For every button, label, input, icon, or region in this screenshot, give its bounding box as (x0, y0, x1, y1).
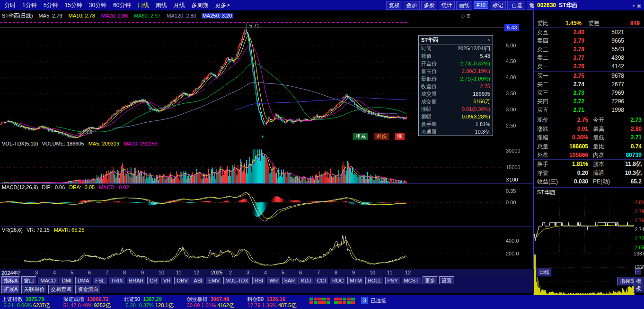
index-change: 30.69 (186, 302, 201, 308)
close-icon[interactable]: × (487, 36, 490, 44)
indicator-tab[interactable]: VOL-TDX (223, 277, 251, 284)
indicator-tab[interactable]: MTM (347, 277, 364, 284)
volume-header: VOL-TDX(5,10)VOLUME: 186605MA5: 209319MA… (0, 140, 504, 147)
indicator-tab[interactable]: RSI (252, 277, 265, 284)
heat-cell (322, 298, 326, 300)
depth-volume: 1998 (584, 106, 624, 114)
stock-name: ST华西 (559, 1, 630, 9)
tool-button[interactable]: 统计 (439, 1, 455, 10)
index-line1: 科创501326.16 (247, 296, 296, 302)
indicator-tab[interactable]: 更多 (423, 276, 438, 284)
depth-volume: 2677 (584, 80, 624, 89)
chart-badge[interactable]: 相减 (353, 133, 368, 140)
period-tab[interactable]: 日线 (134, 1, 152, 9)
connection-status[interactable]: 3已连接 (309, 297, 386, 304)
indicator-tab[interactable]: ASI (192, 277, 205, 284)
ask-row[interactable]: 卖四2.799665 (534, 36, 644, 45)
dropdown-caret-icon[interactable]: ▾ (633, 3, 635, 8)
indicator-tab[interactable]: CR (147, 277, 159, 284)
indicator-tab[interactable]: MCST (402, 277, 421, 284)
heat-cell (318, 298, 322, 300)
period-tab[interactable]: 更多> (212, 1, 233, 9)
period-tab[interactable]: 60分钟 (110, 1, 134, 9)
period-tab[interactable]: 1分钟 (19, 1, 40, 9)
extension-tab[interactable]: 交易查询 (48, 285, 74, 294)
index-item[interactable]: 创业板指3067.4830.69 1.01% 4162亿 (186, 296, 234, 309)
bid-row[interactable]: 买五2.711998 (534, 106, 644, 114)
macd-canvas[interactable] (0, 191, 504, 226)
tool-button[interactable]: 复权 (386, 1, 402, 10)
bid-row[interactable]: 买四2.727296 (534, 97, 644, 106)
index-item[interactable]: 科创501326.1617.79 1.36% 487.5亿 (247, 296, 296, 309)
indicator-tab[interactable]: KDJ (299, 277, 313, 284)
tool-button[interactable]: 叠加 (404, 1, 420, 10)
chart-badge[interactable]: 涨 (395, 133, 405, 140)
indicator-tab[interactable]: MACD (38, 277, 58, 284)
tool-button[interactable]: F10 (474, 1, 488, 9)
panel-grid-icon[interactable]: ▣ (637, 3, 641, 8)
tooltip-row-value: 1.81% (476, 120, 490, 128)
indicator-tab[interactable]: 设置 (439, 276, 454, 284)
tooltip-row-value: 2.71(-1.09%) (460, 75, 490, 82)
period-tab[interactable]: 多周期 (188, 1, 212, 9)
stat-row: 涨跌0.01最高2.80 (534, 125, 644, 133)
chart-badge[interactable]: 财跌 (374, 133, 389, 140)
indicator-tab[interactable]: EMV (206, 277, 222, 284)
low-price-label: ←2.08 (77, 129, 92, 135)
tool-button[interactable]: 标记 (490, 1, 506, 10)
period-tab[interactable]: 5分钟 (40, 1, 62, 9)
indicator-tab[interactable]: FSL (93, 277, 107, 284)
collapse-button[interactable]: - (635, 268, 641, 274)
indicator-tab[interactable]: CCI (315, 277, 328, 284)
tool-button[interactable]: -自选 (507, 1, 525, 10)
tool-button[interactable]: 画线 (456, 1, 472, 10)
tooltip-row-value: 2.80(2.19%) (462, 67, 490, 75)
indicator-tab[interactable]: ROC (330, 277, 346, 284)
stat-row: 涨幅0.36%最低2.71 (534, 133, 644, 142)
tool-button[interactable]: 多股 (421, 1, 437, 10)
ask-row[interactable]: 卖五2.805021 (534, 28, 644, 36)
period-tab[interactable]: 15分钟 (61, 1, 85, 9)
indicator-tab[interactable]: DMI (60, 277, 74, 284)
indicator-tab[interactable]: VR (161, 277, 173, 284)
stat-value: 2.73 (614, 116, 642, 124)
indicator-tab[interactable]: BRAR (127, 277, 146, 284)
bid-row[interactable]: 买二2.742677 (534, 80, 644, 89)
extension-tab[interactable]: 资金流向 (75, 285, 101, 294)
chart-header-icons: ◇ ⊞ (461, 10, 471, 21)
bid-row[interactable]: 买三2.737969 (534, 89, 644, 97)
quote-panel: 委比 1.45% 委差 849 卖五2.805021卖四2.799665卖三2.… (534, 10, 644, 295)
indicator-tab[interactable]: WR (267, 277, 280, 284)
volume-canvas[interactable] (0, 147, 504, 184)
period-tab[interactable]: 分时 (1, 1, 19, 9)
indicator-tab[interactable]: SAR (282, 277, 298, 284)
indicator-tab[interactable]: 指标A (1, 276, 20, 284)
depth-label: 卖五 (537, 28, 554, 36)
ask-row[interactable]: 卖三2.785543 (534, 45, 644, 54)
split-window-icon[interactable]: ⊞ (467, 13, 471, 18)
period-tab[interactable]: 30分钟 (86, 1, 110, 9)
date-axis-label: 5 (282, 270, 284, 275)
indicator-tab[interactable]: TRIX (109, 277, 125, 284)
template-button[interactable]: 模板 (634, 277, 644, 293)
tooltip-row-value: 2.75 (480, 82, 490, 90)
period-tab[interactable]: 周线 (152, 1, 170, 9)
index-item[interactable]: 北证501387.29-5.20 -0.37% 128.1亿 (124, 296, 174, 309)
extension-tab[interactable]: 扩展A (1, 285, 20, 294)
ask-row[interactable]: 卖二2.774398 (534, 54, 644, 62)
indicator-tab[interactable]: DMA (75, 277, 91, 284)
period-daily-button[interactable]: 日线 (537, 268, 552, 277)
diamond-icon[interactable]: ◇ (461, 13, 465, 18)
index-item[interactable]: 深证成指13006.7251.47 0.40% 9252亿 (63, 296, 111, 309)
bid-row[interactable]: 买一2.759678 (534, 72, 644, 80)
intraday-price-canvas[interactable] (534, 198, 635, 253)
extension-tab[interactable]: 关联报价 (21, 285, 47, 294)
ask-row[interactable]: 卖一2.764142 (534, 62, 644, 71)
indicator-tab[interactable]: BOLL (365, 277, 383, 284)
indicator-tab[interactable]: PSY (385, 277, 400, 284)
vr-canvas[interactable] (0, 233, 504, 268)
indicator-tab[interactable]: OBV (174, 277, 190, 284)
period-tab[interactable]: 月线 (170, 1, 188, 9)
indicator-tab[interactable]: 窗口 (21, 276, 36, 284)
index-item[interactable]: 上证指数3875.79-2.21 -0.06% 6237亿 (2, 296, 50, 309)
